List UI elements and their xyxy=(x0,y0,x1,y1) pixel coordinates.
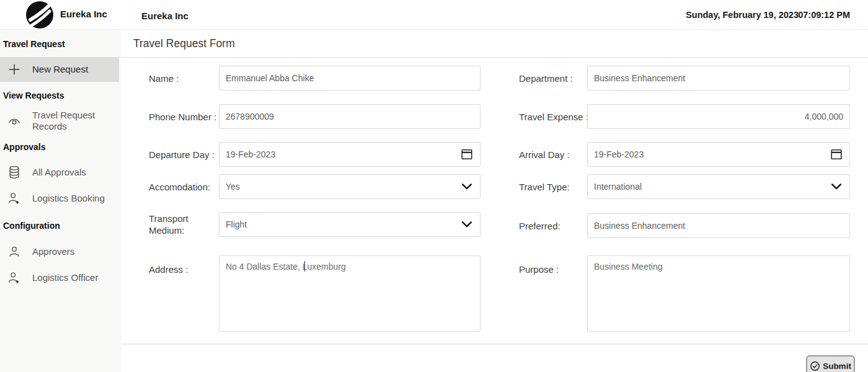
travel-expense-field[interactable] xyxy=(587,104,850,129)
main-content: Travel Request Form Name : Department : … xyxy=(121,30,868,372)
sidebar-heading-view-requests: View Requests xyxy=(3,91,64,100)
database-icon xyxy=(7,166,21,179)
sidebar-item-label: Travel Request Records xyxy=(32,110,110,132)
header-time: 07:09:12 PM xyxy=(798,10,850,20)
sidebar-item-label: Approvers xyxy=(32,246,74,257)
phone-number-input[interactable] xyxy=(219,105,480,128)
address-textarea[interactable]: No 4 Dallas Estate, Luxemburg xyxy=(219,256,480,331)
submit-button[interactable]: Submit xyxy=(806,355,855,372)
transport-medium-label: Transport Medium: xyxy=(149,212,208,237)
person-add-icon xyxy=(7,271,21,285)
text-caret xyxy=(304,261,305,272)
accommodation-value[interactable] xyxy=(219,175,480,198)
sidebar-item-all-approvals[interactable]: All Approvals xyxy=(0,160,119,185)
address-field[interactable]: No 4 Dallas Estate, Luxemburg xyxy=(219,255,480,332)
arrival-day-label: Arrival Day : xyxy=(519,142,570,167)
accommodation-label: Accomodation: xyxy=(149,174,210,199)
app-header: Eureka Inc Eureka Inc Sunday, February 1… xyxy=(0,0,868,30)
person-icon xyxy=(7,245,21,259)
chevron-down-icon[interactable] xyxy=(830,180,843,193)
department-field[interactable] xyxy=(587,66,850,91)
travel-expense-input[interactable] xyxy=(588,105,849,128)
chevron-down-icon[interactable] xyxy=(460,218,474,231)
check-circle-icon xyxy=(810,361,820,371)
title-divider xyxy=(121,57,868,58)
calendar-icon[interactable] xyxy=(830,148,843,161)
preferred-field[interactable] xyxy=(587,213,850,238)
sidebar: Travel Request New Request View Requests… xyxy=(0,30,121,372)
travel-type-label: Travel Type: xyxy=(519,174,570,199)
header-date: Sunday, February 19, 2023 xyxy=(686,10,799,20)
chevron-down-icon[interactable] xyxy=(460,180,474,193)
footer-divider xyxy=(121,343,868,345)
person-add-icon xyxy=(7,192,21,205)
sidebar-item-travel-request-records[interactable]: Travel Request Records xyxy=(0,107,119,135)
purpose-field[interactable]: Business Meeting xyxy=(587,255,850,332)
sidebar-item-label: All Approvals xyxy=(32,167,86,178)
sidebar-item-approvers[interactable]: Approvers xyxy=(0,239,119,264)
department-input[interactable] xyxy=(588,66,849,90)
sidebar-item-new-request[interactable]: New Request xyxy=(0,57,119,82)
departure-day-label: Departure Day : xyxy=(149,142,215,167)
plus-icon xyxy=(7,63,21,76)
app-title: Eureka Inc xyxy=(141,11,188,21)
purpose-textarea[interactable]: Business Meeting xyxy=(588,256,849,331)
submit-button-label: Submit xyxy=(823,361,851,371)
sidebar-item-logistics-booking[interactable]: Logistics Booking xyxy=(0,186,119,211)
address-label: Address : xyxy=(149,260,188,278)
sidebar-item-label: Logistics Officer xyxy=(32,272,98,283)
accommodation-dropdown[interactable] xyxy=(219,174,480,199)
page-title: Travel Request Form xyxy=(133,37,235,50)
app-window: Eureka Inc Eureka Inc Sunday, February 1… xyxy=(0,0,868,372)
departure-day-input[interactable] xyxy=(219,143,480,166)
company-logo-text: Eureka Inc xyxy=(60,9,107,19)
phone-number-field[interactable] xyxy=(219,104,480,129)
purpose-label: Purpose : xyxy=(519,260,559,278)
sidebar-item-label: New Request xyxy=(32,64,88,75)
eye-icon xyxy=(7,114,21,128)
transport-medium-dropdown[interactable] xyxy=(219,212,480,237)
sidebar-heading-travel-request: Travel Request xyxy=(3,39,65,49)
sidebar-heading-configuration: Configuration xyxy=(3,221,60,231)
sidebar-item-logistics-officer[interactable]: Logistics Officer xyxy=(0,265,119,290)
preferred-label: Preferred: xyxy=(519,213,560,238)
preferred-input[interactable] xyxy=(588,214,849,237)
calendar-icon[interactable] xyxy=(460,148,474,161)
sidebar-heading-approvals: Approvals xyxy=(3,142,45,152)
name-field[interactable] xyxy=(219,66,480,91)
departure-day-field[interactable] xyxy=(219,142,480,167)
arrival-day-input[interactable] xyxy=(588,143,849,166)
name-input[interactable] xyxy=(219,66,480,90)
arrival-day-field[interactable] xyxy=(587,142,850,167)
name-label: Name : xyxy=(149,66,179,91)
company-logo-icon xyxy=(26,1,53,29)
phone-number-label: Phone Number : xyxy=(149,104,216,129)
travel-expense-label: Travel Expense : xyxy=(519,104,588,129)
travel-type-dropdown[interactable] xyxy=(587,174,850,199)
department-label: Department : xyxy=(519,66,573,91)
travel-type-value[interactable] xyxy=(588,175,849,198)
transport-medium-value[interactable] xyxy=(219,213,480,236)
sidebar-item-label: Logistics Booking xyxy=(32,193,105,204)
